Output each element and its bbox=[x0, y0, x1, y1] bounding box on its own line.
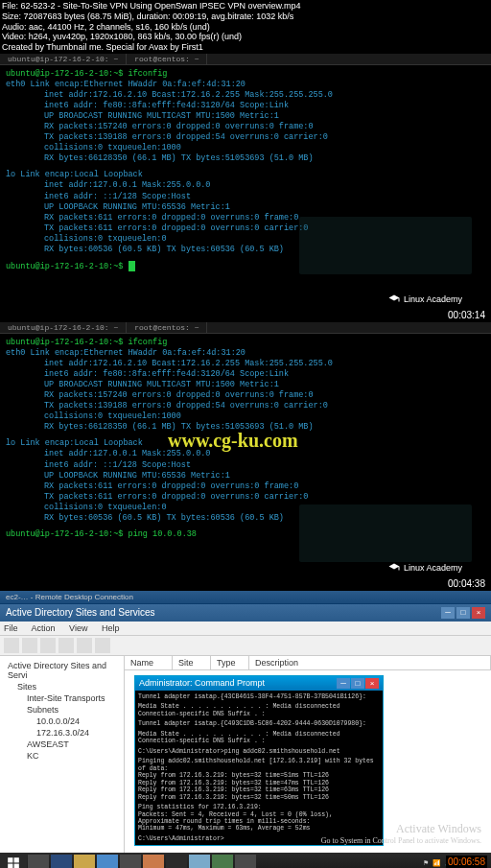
lo-header: lo Link encap:Local Loopback bbox=[6, 170, 485, 180]
background-window bbox=[299, 217, 472, 274]
activate-title: Activate Windows bbox=[321, 822, 481, 836]
terminal-1: ubuntu@ip-172-16-2-10: ~ root@centos: ~ … bbox=[0, 54, 491, 322]
prompt: ubuntu@ip-172-16-2-10:~$ bbox=[6, 529, 129, 539]
cmd-line: Reply from 172.16.3.219: bytes=32 time=5… bbox=[138, 794, 380, 801]
cmd-line: Tunnel adapter isatap.{43CB4615-38F4-475… bbox=[138, 693, 380, 700]
taskbar-ie-icon[interactable] bbox=[97, 855, 118, 868]
cmd-line: Connection-specific DNS Suffix . : bbox=[138, 711, 380, 717]
lo-line: inet6 addr: ::1/128 Scope:Host bbox=[6, 192, 485, 202]
ad-titlebar[interactable]: Active Directory Sites and Services ─ □ … bbox=[0, 604, 491, 622]
svg-rect-0 bbox=[8, 857, 12, 862]
command-prompt-window[interactable]: Administrator: Command Prompt ─ □ × Tunn… bbox=[134, 675, 384, 846]
menu-view[interactable]: View bbox=[69, 623, 87, 633]
windows-desktop: ec2-… - Remote Desktop Connection Active… bbox=[0, 591, 491, 868]
command-ping: ping 10.0.0.38 bbox=[129, 529, 197, 539]
tree-subnet-2[interactable]: 172.16.3.0/24 bbox=[4, 727, 120, 739]
col-desc[interactable]: Description bbox=[249, 656, 491, 669]
taskbar-ad-icon[interactable] bbox=[212, 855, 233, 868]
cmd-line: Reply from 172.16.3.219: bytes=32 time=5… bbox=[138, 772, 380, 779]
taskbar-app-icon[interactable] bbox=[143, 855, 164, 868]
prompt: ubuntu@ip-172-16-2-10:~$ bbox=[6, 262, 129, 271]
tree-subnets[interactable]: Subnets bbox=[4, 704, 120, 716]
col-site[interactable]: Site bbox=[173, 656, 211, 669]
cmd-line: Packets: Sent = 4, Received = 4, Lost = … bbox=[138, 811, 380, 818]
terminal-tab-2[interactable]: root@centos: ~ bbox=[127, 322, 207, 333]
eth0-header: eth0 Link encap:Ethernet HWaddr 0a:fa:ef… bbox=[6, 348, 485, 359]
back-icon[interactable] bbox=[4, 638, 19, 653]
forward-icon[interactable] bbox=[22, 638, 37, 653]
menu-file[interactable]: File bbox=[4, 623, 18, 633]
tree-root[interactable]: Active Directory Sites and Servi bbox=[4, 660, 120, 681]
timestamp-2: 00:04:38 bbox=[448, 578, 485, 589]
cmd-line: Pinging addc02.smithshousehold.net [172.… bbox=[138, 758, 380, 772]
cmd-title: Administrator: Command Prompt bbox=[139, 678, 265, 689]
cmd-minimize-button[interactable]: ─ bbox=[337, 678, 350, 689]
cmd-line: Reply from 172.16.3.219: bytes=32 time=6… bbox=[138, 786, 380, 793]
export-icon[interactable] bbox=[77, 638, 92, 653]
ad-tree: Active Directory Sites and Servi Sites I… bbox=[0, 656, 125, 857]
taskbar-app-icon[interactable] bbox=[120, 855, 141, 868]
eth0-line: RX packets:157240 errors:0 dropped:0 ove… bbox=[6, 390, 485, 401]
lo-line: UP LOOPBACK RUNNING MTU:65536 Metric:1 bbox=[6, 202, 485, 213]
eth0-line: RX bytes:66128350 (66.1 MB) TX bytes:510… bbox=[6, 153, 485, 164]
cmd-maximize-button[interactable]: □ bbox=[351, 678, 364, 689]
windows-logo-icon bbox=[7, 856, 20, 868]
cursor bbox=[129, 261, 135, 271]
graduation-cap-icon bbox=[388, 293, 400, 305]
tree-ist[interactable]: Inter-Site Transports bbox=[4, 692, 120, 704]
lo-line: inet6 addr: ::1/128 Scope:Host bbox=[6, 460, 485, 471]
terminal-tab-1[interactable]: ubuntu@ip-172-16-2-10: ~ bbox=[0, 322, 127, 333]
video-line: Video: h264, yuv420p, 1920x1080, 863 kb/… bbox=[2, 32, 489, 42]
graduation-cap-icon bbox=[388, 562, 400, 574]
lo-line: TX packets:611 errors:0 dropped:0 overru… bbox=[6, 492, 485, 503]
taskbar-server-manager-icon[interactable] bbox=[28, 855, 49, 868]
maximize-button[interactable]: □ bbox=[456, 607, 470, 619]
tree-subnet-1[interactable]: 10.0.0.0/24 bbox=[4, 716, 120, 727]
taskbar-cmd-icon[interactable] bbox=[166, 855, 187, 868]
lo-line: UP LOOPBACK RUNNING MTU:65536 Metric:1 bbox=[6, 471, 485, 481]
menu-action[interactable]: Action bbox=[32, 623, 56, 633]
eth0-line: TX packets:139188 errors:0 dropped:54 ov… bbox=[6, 132, 485, 143]
created-line: Created by Thumbnail me. Special for Ava… bbox=[2, 42, 489, 53]
col-name[interactable]: Name bbox=[125, 656, 173, 669]
lo-line: RX packets:611 errors:0 dropped:0 overru… bbox=[6, 481, 485, 492]
terminal-tab-2[interactable]: root@centos: ~ bbox=[127, 54, 207, 64]
cmd-titlebar[interactable]: Administrator: Command Prompt ─ □ × bbox=[135, 676, 383, 691]
prompt: ubuntu@ip-172-16-2-10:~$ bbox=[6, 338, 129, 347]
ad-title: Active Directory Sites and Services bbox=[6, 607, 155, 618]
minimize-button[interactable]: ─ bbox=[441, 607, 455, 619]
taskbar-notepad-icon[interactable] bbox=[189, 855, 210, 868]
cmd-line: Tunnel adapter isatap.{C493C1DB-5C06-420… bbox=[138, 720, 380, 727]
cmd-close-button[interactable]: × bbox=[365, 678, 379, 689]
tray-network-icon[interactable]: 📶 bbox=[433, 859, 441, 867]
close-button[interactable]: × bbox=[472, 607, 485, 619]
menu-help[interactable]: Help bbox=[102, 623, 120, 633]
rdp-titlebar: ec2-… - Remote Desktop Connection bbox=[0, 591, 491, 604]
taskbar-explorer-icon[interactable] bbox=[74, 855, 95, 868]
activate-windows-overlay: Activate Windows Go to System in Control… bbox=[321, 822, 481, 845]
eth0-line: inet addr:172.16.2.10 Bcast:172.16.2.255… bbox=[6, 359, 485, 369]
taskbar-powershell-icon[interactable] bbox=[51, 855, 72, 868]
terminal-tab-1[interactable]: ubuntu@ip-172-16-2-10: ~ bbox=[0, 54, 127, 64]
refresh-icon[interactable] bbox=[58, 638, 74, 653]
eth0-line: collisions:0 txqueuelen:1000 bbox=[6, 143, 485, 153]
tree-sites[interactable]: Sites bbox=[4, 681, 120, 692]
taskbar-app-icon[interactable] bbox=[235, 855, 256, 868]
cmd-line: Connection-specific DNS Suffix . : bbox=[138, 738, 380, 744]
eth0-header: eth0 Link encap:Ethernet HWaddr 0a:fa:ef… bbox=[6, 80, 485, 90]
timestamp-1: 00:03:14 bbox=[448, 310, 485, 320]
help-icon[interactable] bbox=[95, 638, 110, 653]
up-icon[interactable] bbox=[40, 638, 56, 653]
linux-academy-badge: Linux Academy bbox=[388, 293, 462, 305]
eth0-line: UP BROADCAST RUNNING MULTICAST MTU:1500 … bbox=[6, 380, 485, 390]
tray-flag-icon[interactable]: ⚑ bbox=[423, 859, 429, 867]
col-type[interactable]: Type bbox=[211, 656, 249, 669]
ad-toolbar bbox=[0, 636, 491, 656]
start-button[interactable] bbox=[0, 853, 27, 868]
cmd-line: Media State . . . . . . . . . . . : Medi… bbox=[138, 731, 380, 738]
cmd-line: C:\Users\Administrator>ping addc02.smith… bbox=[138, 748, 380, 755]
terminal-2: ubuntu@ip-172-16-2-10: ~ root@centos: ~ … bbox=[0, 322, 491, 591]
audio-line: Audio: aac, 44100 Hz, 2 channels, s16, 1… bbox=[2, 22, 489, 33]
tree-kc[interactable]: KC bbox=[4, 750, 120, 762]
tree-awseast[interactable]: AWSEAST bbox=[4, 739, 120, 750]
